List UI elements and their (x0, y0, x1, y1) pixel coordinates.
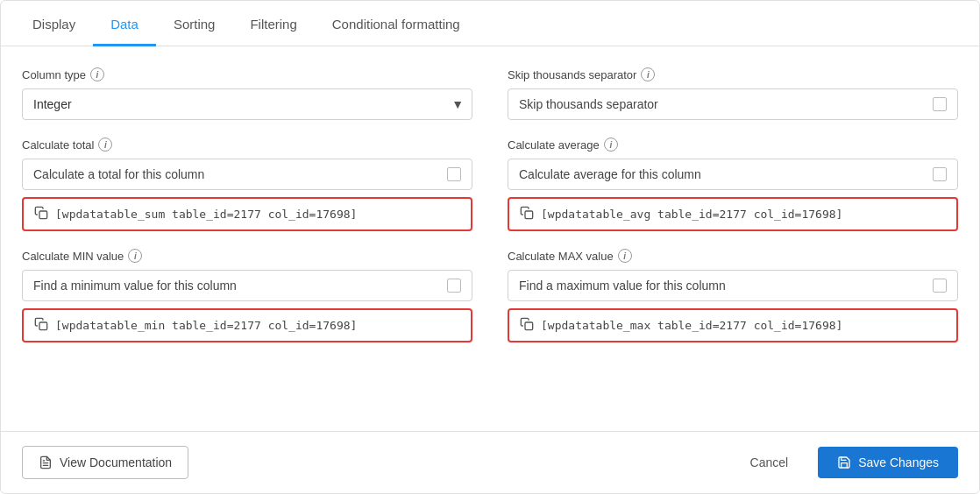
svg-rect-0 (39, 211, 47, 219)
column-type-label: Column type i (22, 67, 472, 81)
calculate-total-info-icon: i (98, 138, 112, 152)
calculate-total-section: Calculate total i Calculate a total for … (22, 138, 472, 231)
skip-separator-checkbox-label: Skip thousands separator (519, 97, 658, 111)
form-grid: Column type i Integer ▼ Calculate total (22, 67, 958, 360)
calculate-max-shortcode-box: [wpdatatable_max table_id=2177 col_id=17… (508, 308, 958, 342)
content-area: Column type i Integer ▼ Calculate total (1, 46, 979, 424)
calculate-min-info-icon: i (128, 249, 142, 263)
tab-conditional-formatting[interactable]: Conditional formatting (315, 1, 478, 46)
doc-icon (39, 455, 53, 469)
calculate-min-section: Calculate MIN value i Find a minimum val… (22, 249, 472, 342)
right-column: Skip thousands separator i Skip thousand… (508, 67, 958, 360)
calculate-average-copy-icon[interactable] (520, 206, 534, 222)
skip-separator-checkbox-row: Skip thousands separator (508, 88, 958, 120)
calculate-average-info-icon: i (604, 138, 618, 152)
calculate-average-label: Calculate average i (508, 138, 958, 152)
skip-separator-checkbox[interactable] (933, 97, 947, 111)
calculate-average-checkbox-row: Calculate average for this column (508, 159, 958, 190)
calculate-total-checkbox[interactable] (447, 167, 461, 181)
calculate-total-shortcode-box: [wpdatatable_sum table_id=2177 col_id=17… (22, 197, 472, 231)
calculate-min-checkbox-row: Find a minimum value for this column (22, 270, 472, 301)
calculate-max-label: Calculate MAX value i (508, 249, 958, 263)
calculate-max-checkbox-label: Find a maximum value for this column (519, 279, 726, 293)
footer: View Documentation Cancel Save Changes (1, 431, 979, 493)
column-type-select[interactable]: Integer (22, 88, 472, 120)
calculate-max-info-icon: i (618, 249, 632, 263)
svg-rect-1 (39, 322, 47, 330)
svg-rect-3 (525, 322, 533, 330)
calculate-total-shortcode-text: [wpdatatable_sum table_id=2177 col_id=17… (55, 208, 357, 221)
save-changes-label: Save Changes (858, 455, 939, 469)
calculate-total-label: Calculate total i (22, 138, 472, 152)
cancel-button[interactable]: Cancel (731, 447, 808, 478)
column-type-info-icon: i (90, 67, 104, 81)
tabs-bar: Display Data Sorting Filtering Condition… (1, 1, 979, 46)
tab-sorting[interactable]: Sorting (156, 1, 233, 46)
left-column: Column type i Integer ▼ Calculate total (22, 67, 472, 360)
svg-rect-2 (525, 211, 533, 219)
tab-data[interactable]: Data (93, 1, 156, 46)
calculate-max-checkbox[interactable] (933, 279, 947, 293)
main-container: Display Data Sorting Filtering Condition… (0, 0, 980, 494)
calculate-total-copy-icon[interactable] (34, 206, 48, 222)
tab-filtering[interactable]: Filtering (232, 1, 314, 46)
save-changes-button[interactable]: Save Changes (818, 447, 958, 478)
column-type-section: Column type i Integer ▼ (22, 67, 472, 120)
calculate-min-checkbox-label: Find a minimum value for this column (33, 279, 237, 293)
calculate-max-copy-icon[interactable] (520, 317, 534, 334)
column-type-select-wrapper: Integer ▼ (22, 88, 472, 120)
calculate-average-checkbox-label: Calculate average for this column (519, 167, 701, 181)
calculate-average-shortcode-box: [wpdatatable_avg table_id=2177 col_id=17… (508, 197, 958, 231)
view-documentation-button[interactable]: View Documentation (22, 446, 188, 479)
skip-separator-info-icon: i (641, 67, 655, 81)
view-documentation-label: View Documentation (60, 455, 172, 469)
calculate-average-section: Calculate average i Calculate average fo… (508, 138, 958, 231)
calculate-average-checkbox[interactable] (933, 167, 947, 181)
tab-display[interactable]: Display (15, 1, 93, 46)
calculate-min-label: Calculate MIN value i (22, 249, 472, 263)
calculate-min-checkbox[interactable] (447, 279, 461, 293)
calculate-average-shortcode-text: [wpdatatable_avg table_id=2177 col_id=17… (541, 208, 842, 221)
calculate-min-shortcode-text: [wpdatatable_min table_id=2177 col_id=17… (55, 319, 357, 332)
skip-separator-label: Skip thousands separator i (508, 67, 958, 81)
calculate-min-shortcode-box: [wpdatatable_min table_id=2177 col_id=17… (22, 308, 472, 342)
skip-separator-section: Skip thousands separator i Skip thousand… (508, 67, 958, 120)
calculate-max-section: Calculate MAX value i Find a maximum val… (508, 249, 958, 342)
calculate-total-checkbox-label: Calculate a total for this column (33, 167, 204, 181)
calculate-max-checkbox-row: Find a maximum value for this column (508, 270, 958, 301)
calculate-total-checkbox-row: Calculate a total for this column (22, 159, 472, 190)
calculate-max-shortcode-text: [wpdatatable_max table_id=2177 col_id=17… (541, 319, 842, 332)
footer-right: Cancel Save Changes (731, 447, 958, 478)
save-icon (837, 455, 851, 469)
calculate-min-copy-icon[interactable] (34, 317, 48, 334)
